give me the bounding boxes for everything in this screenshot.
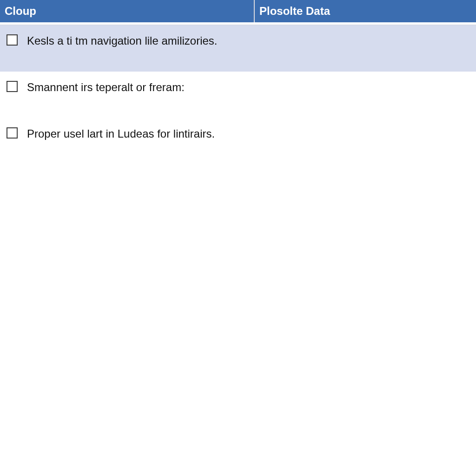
row-text: Kesls a ti tm navigation lile amilizorie… (27, 33, 218, 48)
list-area: Kesls a ti tm navigation lile amilizorie… (0, 25, 476, 165)
row-checkbox[interactable] (7, 34, 18, 46)
row-text: Smannent irs teperalt or freram: (27, 80, 185, 94)
row-checkbox[interactable] (7, 127, 18, 139)
table-row[interactable]: Kesls a ti tm navigation lile amilizorie… (0, 25, 476, 72)
table-header: Cloup Plosolte Data (0, 0, 476, 22)
header-col-cloup[interactable]: Cloup (0, 0, 255, 22)
row-checkbox[interactable] (7, 81, 18, 92)
header-col-label: Plosolte Data (259, 5, 330, 18)
table-row[interactable]: Proper usel lart in Ludeas for lintirair… (0, 118, 476, 165)
header-col-plosolte-data[interactable]: Plosolte Data (255, 0, 476, 22)
row-text: Proper usel lart in Ludeas for lintirair… (27, 126, 215, 141)
header-col-label: Cloup (5, 5, 36, 18)
table-row[interactable]: Smannent irs teperalt or freram: (0, 72, 476, 118)
